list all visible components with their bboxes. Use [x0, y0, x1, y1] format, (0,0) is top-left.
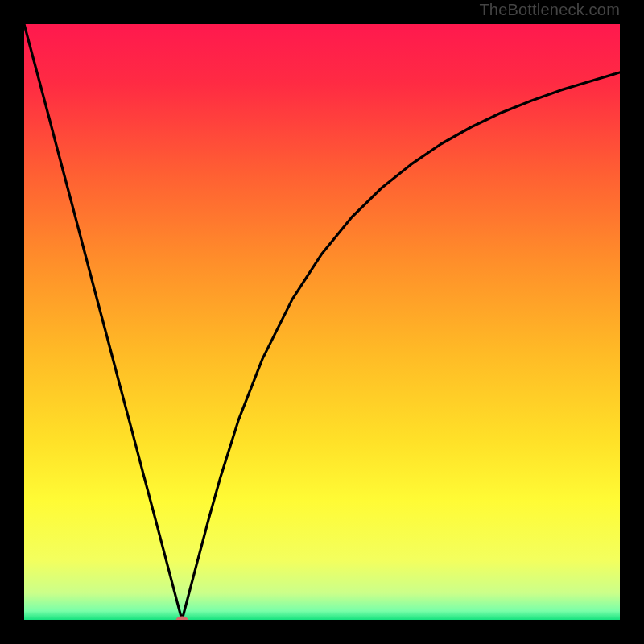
curve-layer	[24, 24, 620, 620]
minimum-marker	[176, 617, 188, 620]
bottleneck-curve	[24, 24, 620, 620]
plot-area	[24, 24, 620, 620]
chart-frame: TheBottleneck.com	[0, 0, 644, 644]
watermark-text: TheBottleneck.com	[479, 1, 620, 19]
